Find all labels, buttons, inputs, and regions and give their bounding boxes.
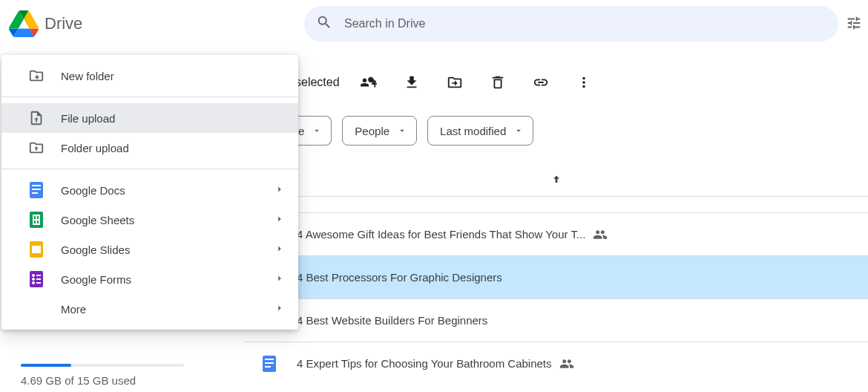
download-button[interactable] bbox=[404, 74, 420, 91]
folder-upload-icon bbox=[28, 140, 45, 156]
table-row[interactable]: 4 Expert Tips for Choosing Your Bathroom… bbox=[245, 342, 868, 385]
menu-label: Google Slides bbox=[61, 244, 130, 256]
google-docs-icon bbox=[263, 356, 279, 372]
tune-icon[interactable] bbox=[846, 15, 862, 34]
share-button[interactable] bbox=[361, 74, 377, 91]
menu-label: Google Docs bbox=[61, 184, 125, 197]
chevron-right-icon bbox=[274, 184, 285, 197]
menu-google-sheets[interactable]: Google Sheets bbox=[1, 205, 298, 235]
file-upload-icon bbox=[28, 110, 45, 126]
filter-people-label: People bbox=[355, 125, 389, 137]
filter-chips: e People Last modified bbox=[295, 116, 533, 146]
table-row[interactable]: 4 Best Website Builders For Beginnersme bbox=[245, 298, 868, 342]
drive-logo[interactable]: Drive bbox=[9, 10, 82, 37]
menu-google-forms[interactable]: Google Forms bbox=[1, 264, 298, 294]
google-docs-icon bbox=[28, 182, 45, 198]
more-actions-button[interactable] bbox=[576, 74, 592, 91]
filter-modified[interactable]: Last modified bbox=[427, 116, 533, 146]
google-slides-icon bbox=[28, 241, 45, 258]
file-table: Owner 4 Awesome Gift Ideas for Best Frie… bbox=[245, 163, 868, 385]
search-bar[interactable] bbox=[304, 6, 838, 42]
drive-logo-icon bbox=[9, 10, 39, 37]
file-name: 4 Best Processors For Graphic Designers bbox=[297, 271, 502, 284]
table-row[interactable] bbox=[245, 196, 868, 212]
delete-button[interactable] bbox=[490, 74, 506, 91]
menu-new-folder[interactable]: New folder bbox=[1, 61, 298, 91]
table-header: Owner bbox=[245, 163, 868, 196]
storage-text: 4.69 GB of 15 GB used bbox=[21, 374, 199, 387]
table-row[interactable]: 4 Awesome Gift Ideas for Best Friends Th… bbox=[245, 212, 868, 255]
move-button[interactable] bbox=[447, 74, 463, 91]
caret-down-icon bbox=[513, 125, 524, 136]
menu-folder-upload[interactable]: Folder upload bbox=[1, 133, 298, 163]
menu-label: More bbox=[61, 303, 86, 316]
menu-label: Folder upload bbox=[61, 142, 129, 154]
file-name: 4 Best Website Builders For Beginners bbox=[297, 314, 487, 327]
caret-down-icon bbox=[312, 125, 322, 136]
app-title: Drive bbox=[45, 14, 82, 33]
table-row[interactable]: 4 Best Processors For Graphic Designersm… bbox=[245, 255, 868, 298]
shared-icon bbox=[559, 356, 574, 371]
more-icon bbox=[28, 301, 45, 317]
new-folder-icon bbox=[28, 68, 45, 84]
chevron-right-icon bbox=[274, 273, 285, 286]
new-menu: New folder File upload Folder upload Goo… bbox=[1, 55, 298, 330]
sort-arrow-icon[interactable] bbox=[550, 174, 562, 186]
shared-icon bbox=[593, 227, 608, 242]
selection-count-label: selected bbox=[295, 76, 340, 89]
filter-type-label: e bbox=[298, 125, 304, 137]
menu-label: File upload bbox=[61, 112, 115, 125]
chevron-right-icon bbox=[274, 214, 285, 226]
search-input[interactable] bbox=[344, 17, 826, 30]
filter-people[interactable]: People bbox=[342, 116, 417, 146]
menu-label: New folder bbox=[61, 70, 114, 82]
search-icon bbox=[316, 14, 344, 33]
menu-more[interactable]: More bbox=[1, 294, 298, 324]
menu-label: Google Sheets bbox=[61, 214, 134, 226]
link-button[interactable] bbox=[533, 74, 549, 91]
filter-type[interactable]: e bbox=[295, 116, 332, 146]
storage-bar bbox=[21, 364, 184, 367]
menu-label: Google Forms bbox=[61, 273, 131, 286]
menu-google-docs[interactable]: Google Docs bbox=[1, 175, 298, 205]
selection-toolbar: selected bbox=[295, 74, 592, 91]
file-name: 4 Awesome Gift Ideas for Best Friends Th… bbox=[297, 228, 585, 241]
storage-meter: 4.69 GB of 15 GB used bbox=[21, 364, 199, 387]
filter-modified-label: Last modified bbox=[440, 125, 506, 137]
file-name: 4 Expert Tips for Choosing Your Bathroom… bbox=[297, 357, 552, 370]
google-forms-icon bbox=[28, 271, 45, 287]
menu-file-upload[interactable]: File upload bbox=[1, 103, 298, 133]
menu-google-slides[interactable]: Google Slides bbox=[1, 235, 298, 264]
caret-down-icon bbox=[397, 125, 407, 136]
chevron-right-icon bbox=[274, 303, 285, 316]
chevron-right-icon bbox=[274, 244, 285, 256]
google-sheets-icon bbox=[28, 212, 45, 228]
